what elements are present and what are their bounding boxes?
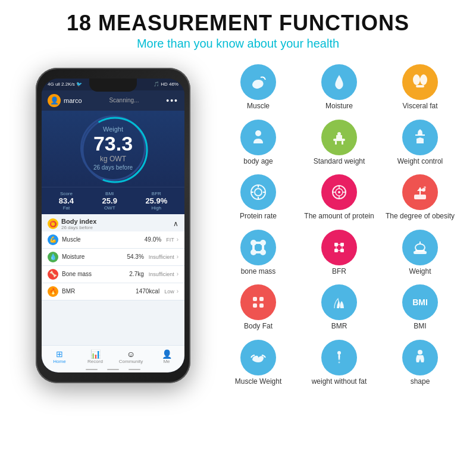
icon-weight-without-fat: weight without fat [301,337,377,390]
icon-standard-weight: Standard weight [301,117,377,170]
svg-rect-39 [262,245,264,250]
svg-rect-7 [336,135,342,139]
svg-marker-13 [418,129,422,131]
svg-point-61 [339,361,340,363]
svg-rect-38 [252,245,255,250]
svg-point-60 [339,358,340,360]
moisture-svg [328,71,350,93]
icon-label-bonemass: bone mass [241,267,276,277]
icon-bone-mass: bone mass [220,227,296,280]
icon-visceral-fat: Visceral fat [382,61,458,114]
chevron-up-icon: ∧ [173,220,178,228]
weight-svg [409,237,431,258]
metric-name-muscle: Muscle [62,236,145,243]
me-icon: 👤 [149,349,184,359]
icon-degree-obesity: The degree of obesity [382,171,458,224]
muscle-svg [248,71,269,93]
metric-name-bmr: BMR [62,288,136,295]
indicator-line [86,369,98,370]
stat-score: Score 83.4 Fat [59,191,74,211]
svg-rect-27 [414,195,426,199]
svg-point-59 [339,355,340,357]
icon-label-muscleweight: Muscle Weight [235,377,281,387]
stat-bmi: BMI 25.9 OWT [102,191,117,211]
icon-bfr: BFR [301,227,377,280]
bfr-svg [328,237,350,258]
chevron-right-icon2: › [177,253,178,260]
svg-rect-55 [259,303,264,308]
icon-muscle-weight: Muscle Weight [220,337,296,390]
app-dots[interactable]: ••• [166,96,178,105]
home-icon: ⊞ [42,349,77,359]
nav-home[interactable]: ⊞ Home [42,349,77,364]
bmi-svg: BMI [409,292,431,313]
scanning-text: Scanning... [109,97,139,104]
icon-label-withoutfat: weight without fat [312,377,367,387]
svg-text:BMI: BMI [412,298,428,307]
main-content: 4G ull 2.2K/s 🐦 21:02 🎵 HD 46% 👤 marco [0,55,476,396]
icon-label-bodyage: body age [243,157,273,167]
avatar: 👤 [48,94,61,107]
svg-point-62 [418,350,422,355]
moisture-icon: 💧 [48,252,58,262]
muscleweight-svg [248,347,269,368]
user-name: marco [64,97,82,104]
chevron-right-icon4: › [177,288,178,295]
chevron-right-icon3: › [177,271,178,277]
svg-rect-36 [256,242,261,244]
svg-rect-52 [253,297,257,301]
icon-label-bfr: BFR [332,267,346,277]
svg-rect-37 [256,251,261,253]
svg-rect-4 [416,85,424,87]
metric-row-moisture[interactable]: 💧 Moisture 54.3% Insufficient › [42,249,184,266]
bone-icon: 🦴 [48,269,58,280]
icon-label-weightctrl: Weight control [397,157,443,167]
bmr-icon: 🔥 [48,286,58,297]
app-header: 👤 marco Scanning... ••• [42,90,184,111]
icon-protein-rate: Protein rate [220,171,296,224]
proteinrate-svg [248,181,269,203]
stats-row: Score 83.4 Fat BMI 25.9 OWT [42,187,184,214]
phone-notch [89,79,137,92]
app-user: 👤 marco [48,94,82,107]
metric-status-bmr: Low [164,289,174,295]
icon-weight-control: Weight control [382,117,458,170]
weight-ring: Weight 73.3 kg OWT 26 days before [80,115,146,181]
icon-body-age: body age [220,117,296,170]
svg-rect-10 [342,141,343,145]
nav-record[interactable]: 📊 Record [77,349,113,364]
metric-name-moisture: Moisture [62,253,127,260]
nav-me[interactable]: 👤 Me [149,349,184,364]
metric-row-muscle[interactable]: 💪 Muscle 49.0% FIT › [42,231,184,249]
icon-label-muscle: Muscle [247,102,270,111]
nav-community[interactable]: ☺ Community [113,349,149,364]
stdweight-svg [328,127,350,148]
stat-bfr: BFR 25.9% High [145,191,167,211]
svg-point-8 [337,132,341,136]
weight-area: Weight 73.3 kg OWT 26 days before [42,111,184,187]
ring-svg [80,115,149,184]
icon-amount-protein: The amount of protein [301,171,377,224]
home-indicator [42,367,184,372]
icon-label-moisture: Moisture [325,102,353,111]
icon-weight: Weight [382,227,458,280]
svg-point-32 [250,240,256,246]
icon-label-visceral: Visceral fat [402,102,437,111]
withoutfat-svg [328,347,350,368]
indicator-line2 [107,369,119,370]
metric-row-bone[interactable]: 🦴 Bone mass 2.7kg Insufficient › [42,266,184,283]
phone-screen: 4G ull 2.2K/s 🐦 21:02 🎵 HD 46% 👤 marco [42,79,184,372]
page-subtitle: More than you know about your health [12,37,464,51]
phone-frame: 4G ull 2.2K/s 🐦 21:02 🎵 HD 46% 👤 marco [36,68,190,383]
metric-status-bone: Insufficient [149,271,174,277]
icon-label-weight: Weight [409,267,431,277]
svg-point-34 [250,249,256,255]
icon-label-obesity: The degree of obesity [386,212,455,221]
icon-moisture: Moisture [301,61,377,114]
body-index-title: Body index [61,218,96,225]
icon-label-bmi: BMI [414,322,426,331]
metric-row-bmr[interactable]: 🔥 BMR 1470kcal Low › [42,283,184,300]
metric-value-moisture: 54.3% [127,253,143,260]
metric-value-bone: 2.7kg [129,271,143,277]
icon-label-bmr: BMR [331,322,347,331]
